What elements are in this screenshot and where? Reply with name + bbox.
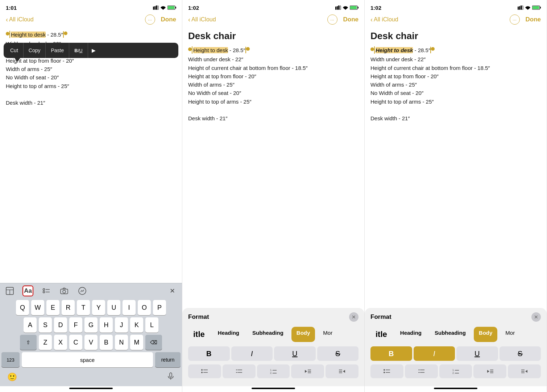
key-s[interactable]: S bbox=[39, 317, 52, 333]
done-button-2[interactable]: Done bbox=[343, 16, 359, 23]
back-label-1[interactable]: All iCloud bbox=[9, 16, 34, 23]
key-u[interactable]: U bbox=[107, 300, 120, 315]
indent-right-3[interactable] bbox=[508, 364, 541, 378]
format-close-3[interactable]: ✕ bbox=[531, 312, 541, 322]
emoji-icon[interactable]: 🙂 bbox=[7, 372, 17, 382]
copy-button[interactable]: Copy bbox=[24, 43, 46, 58]
key-b[interactable]: B bbox=[100, 335, 113, 350]
key-i[interactable]: I bbox=[123, 300, 136, 315]
svg-rect-7 bbox=[175, 7, 176, 9]
bold-btn-3[interactable]: B bbox=[370, 346, 412, 361]
key-return[interactable]: return bbox=[155, 352, 181, 367]
key-g[interactable]: G bbox=[84, 317, 98, 333]
list-dash-3[interactable] bbox=[405, 364, 438, 378]
key-shift[interactable]: ⇧ bbox=[20, 335, 37, 350]
key-x[interactable]: X bbox=[54, 335, 67, 350]
close-keyboard-icon[interactable]: ✕ bbox=[167, 285, 178, 296]
format-close-2[interactable]: ✕ bbox=[349, 312, 359, 322]
format-aa-icon[interactable]: Aa bbox=[22, 285, 33, 296]
style-heading-2[interactable]: Heading bbox=[213, 327, 244, 342]
style-more-2[interactable]: Mor bbox=[318, 327, 337, 342]
table-icon[interactable] bbox=[4, 285, 15, 296]
underline-btn-3[interactable]: U bbox=[456, 346, 498, 361]
key-123[interactable]: 123 bbox=[1, 352, 20, 367]
key-q[interactable]: Q bbox=[16, 300, 29, 315]
key-k[interactable]: K bbox=[130, 317, 143, 333]
note-content-2[interactable]: Desk chair Height to desk - 28.5″ Width … bbox=[182, 28, 364, 308]
svg-point-56 bbox=[384, 372, 385, 373]
more-button-3[interactable]: ··· bbox=[510, 14, 520, 25]
key-e[interactable]: E bbox=[46, 300, 59, 315]
cut-button[interactable]: Cut bbox=[5, 43, 24, 58]
indent-left-3[interactable] bbox=[473, 364, 506, 378]
style-title-3[interactable]: itle bbox=[370, 327, 392, 342]
key-o[interactable]: O bbox=[138, 300, 151, 315]
style-heading-3[interactable]: Heading bbox=[395, 327, 427, 342]
list-bullet-2[interactable] bbox=[188, 364, 221, 378]
key-j[interactable]: J bbox=[115, 317, 128, 333]
more-button-1[interactable]: ··· bbox=[145, 14, 155, 25]
style-subheading-2[interactable]: Subheading bbox=[247, 327, 289, 342]
key-space[interactable]: space bbox=[22, 352, 153, 367]
key-l[interactable]: L bbox=[145, 317, 158, 333]
style-title-2[interactable]: itle bbox=[188, 327, 210, 342]
key-m[interactable]: M bbox=[130, 335, 143, 350]
style-body-active-3[interactable]: Body bbox=[474, 327, 498, 342]
key-a[interactable]: A bbox=[24, 317, 37, 333]
checklist-icon[interactable] bbox=[41, 285, 51, 296]
selected-text-2: Height to desk bbox=[193, 47, 228, 53]
back-button-1[interactable]: ‹ All iCloud bbox=[6, 16, 34, 24]
key-w[interactable]: W bbox=[31, 300, 44, 315]
indent-left-2[interactable] bbox=[291, 364, 324, 378]
key-delete[interactable]: ⌫ bbox=[145, 335, 162, 350]
style-subheading-3[interactable]: Subheading bbox=[430, 327, 471, 342]
status-icons-1 bbox=[153, 5, 176, 10]
key-p[interactable]: P bbox=[153, 300, 166, 315]
back-label-3[interactable]: All iCloud bbox=[374, 16, 398, 23]
key-z[interactable]: Z bbox=[39, 335, 52, 350]
mic-icon[interactable] bbox=[167, 372, 175, 382]
back-label-2[interactable]: All iCloud bbox=[191, 16, 216, 23]
bold-btn-2[interactable]: B bbox=[188, 346, 230, 361]
biu-button[interactable]: BIU bbox=[69, 43, 88, 58]
note-content-1[interactable]: Height to desk - 28.5″ Width under desk … bbox=[0, 28, 182, 283]
l2-3: Height of current chair at bottom from f… bbox=[188, 64, 359, 72]
key-t[interactable]: T bbox=[77, 300, 90, 315]
italic-btn-3[interactable]: I bbox=[414, 346, 455, 361]
key-n[interactable]: N bbox=[115, 335, 128, 350]
back-button-2[interactable]: ‹ All iCloud bbox=[188, 16, 216, 24]
key-v[interactable]: V bbox=[84, 335, 98, 350]
markup-icon[interactable] bbox=[77, 285, 88, 296]
key-d[interactable]: D bbox=[54, 317, 67, 333]
strikethrough-btn-3[interactable]: S bbox=[500, 346, 541, 361]
home-indicator-3 bbox=[434, 388, 477, 389]
italic-btn-2[interactable]: I bbox=[231, 346, 273, 361]
back-button-3[interactable]: ‹ All iCloud bbox=[370, 16, 398, 24]
kb-row-2: A S D F G H J K L bbox=[1, 317, 181, 333]
svg-rect-23 bbox=[340, 6, 341, 10]
style-body-active-2[interactable]: Body bbox=[291, 327, 315, 342]
list-numbered-2[interactable]: 1.2. bbox=[257, 364, 290, 378]
list-dash-2[interactable] bbox=[223, 364, 256, 378]
list-numbered-3[interactable]: 1.2. bbox=[439, 364, 472, 378]
done-button-3[interactable]: Done bbox=[526, 16, 541, 23]
paste-button[interactable]: Paste bbox=[46, 43, 69, 58]
key-y[interactable]: Y bbox=[92, 300, 105, 315]
note-content-3[interactable]: Desk chair Height to desk - 28.5″ Width … bbox=[365, 28, 547, 308]
style-more-3[interactable]: Mor bbox=[500, 327, 520, 342]
key-r[interactable]: R bbox=[62, 300, 75, 315]
more-button-2[interactable]: ··· bbox=[327, 14, 337, 25]
more-options-button[interactable]: ▶ bbox=[88, 43, 99, 58]
l2-7: Height to top of arms - 25″ bbox=[188, 97, 359, 106]
key-f[interactable]: F bbox=[69, 317, 82, 333]
indent-right-2[interactable] bbox=[326, 364, 359, 378]
strikethrough-btn-2[interactable]: S bbox=[317, 346, 359, 361]
done-button-1[interactable]: Done bbox=[161, 16, 177, 23]
underline-btn-2[interactable]: U bbox=[274, 346, 316, 361]
camera-icon[interactable] bbox=[59, 285, 70, 296]
format-header-2: Format ✕ bbox=[188, 312, 359, 322]
key-h[interactable]: H bbox=[100, 317, 113, 333]
list-bullet-3[interactable] bbox=[370, 364, 403, 378]
key-c[interactable]: C bbox=[69, 335, 82, 350]
phone-panel-2: 1:02 ‹ All iCloud ··· Done Desk chair He… bbox=[182, 0, 365, 392]
